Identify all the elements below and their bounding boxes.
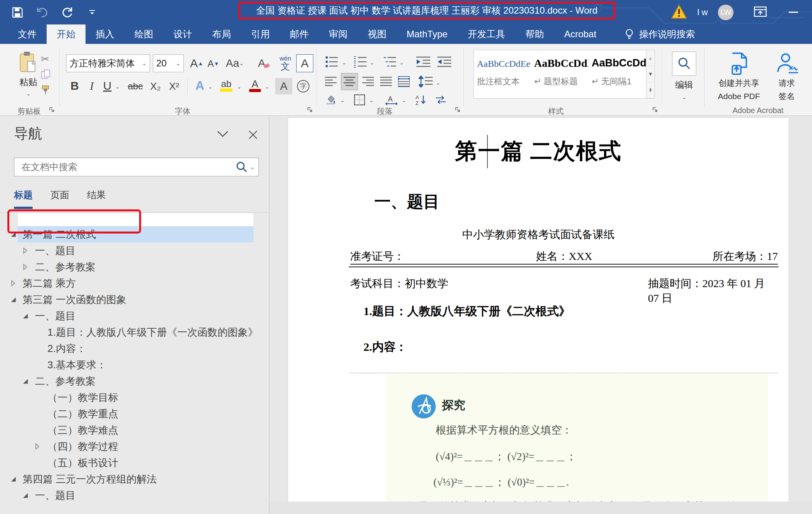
avatar[interactable]: LW	[718, 5, 733, 20]
warning-icon[interactable]	[671, 4, 687, 21]
line-spacing-button[interactable]	[417, 73, 435, 90]
highlight-caret-icon[interactable]: ⌄	[236, 80, 243, 94]
save-button[interactable]	[11, 6, 24, 19]
styles-more-icon[interactable]: ⇟	[646, 82, 655, 98]
align-right-button[interactable]	[360, 73, 376, 90]
style-gallery-item[interactable]: AaBbCcDdEe批注框文本	[477, 50, 531, 98]
ribbon-tab-引用[interactable]: 引用	[241, 24, 280, 44]
nav-tab-页面[interactable]: 页面	[51, 189, 69, 209]
nav-search-box[interactable]: ⌄	[14, 158, 259, 176]
expand-arrow-icon[interactable]	[21, 263, 29, 271]
nav-tree-item[interactable]: 第三篇 一次函数的图象	[0, 291, 269, 308]
font-color-button[interactable]: A	[246, 77, 264, 94]
styles-dialog-launcher[interactable]	[652, 107, 658, 113]
justify-button[interactable]	[378, 73, 394, 90]
multilevel-list-button[interactable]	[381, 53, 398, 70]
align-left-button[interactable]	[323, 73, 339, 90]
text-effects-caret-icon[interactable]: ⌄	[207, 80, 214, 94]
highlight-button[interactable]: ab	[217, 77, 236, 94]
nav-tree-item[interactable]: 1.题目：人教版八年级下册《一次函数的图象》	[0, 324, 269, 340]
redo-repeat-button[interactable]	[61, 6, 74, 19]
distribute-button[interactable]	[396, 73, 412, 90]
collapse-arrow-icon[interactable]	[21, 377, 29, 385]
borders-caret-icon[interactable]: ⌄	[368, 94, 375, 107]
bullet-list-button[interactable]	[323, 53, 341, 70]
character-shading-button[interactable]: A	[275, 78, 292, 94]
nav-search-caret-icon[interactable]: ⌄	[250, 164, 255, 170]
nav-tab-结果[interactable]: 结果	[87, 189, 106, 209]
underline-caret-icon[interactable]: ⌄	[114, 80, 121, 94]
ribbon-tab-开发工具[interactable]: 开发工具	[458, 24, 515, 44]
style-gallery-item[interactable]: AaBbCcDdI↵ 题型标题	[534, 50, 588, 98]
minimize-button[interactable]	[789, 12, 798, 13]
nav-tab-标题[interactable]: 标题	[14, 189, 33, 209]
expand-arrow-icon[interactable]	[9, 279, 17, 287]
nav-tree-item[interactable]: 二、参考教案	[0, 259, 269, 275]
nav-tree-item[interactable]: 一、题目	[0, 487, 269, 504]
customize-qat-button[interactable]	[86, 6, 99, 19]
underline-button[interactable]: U	[100, 77, 115, 94]
text-effects-button[interactable]: A	[191, 77, 208, 94]
shrink-font-button[interactable]: A▼	[206, 56, 221, 72]
character-border-button[interactable]: A	[296, 54, 313, 72]
nav-search-input[interactable]	[21, 162, 236, 172]
document-page[interactable]: 第一篇 二次根式 一、题目 中小学教师资格考试面试备课纸 准考证号： 姓名：XX…	[288, 117, 789, 514]
shading-caret-icon[interactable]: ⌄	[339, 94, 346, 107]
create-share-pdf-button[interactable]: 创建并共享 Adobe PDF	[710, 49, 768, 105]
cut-button[interactable]: ✂	[37, 52, 53, 66]
nav-tree-item[interactable]: 一、题目	[0, 308, 269, 324]
expand-arrow-icon[interactable]	[33, 443, 41, 450]
borders-button[interactable]	[351, 92, 368, 108]
ribbon-tab-审阅[interactable]: 审阅	[319, 24, 358, 44]
request-signatures-button[interactable]: 请求 签名	[768, 49, 805, 105]
multilevel-list-caret-icon[interactable]: ⌄	[398, 56, 405, 70]
ribbon-tab-视图[interactable]: 视图	[358, 24, 396, 44]
strikethrough-button[interactable]: abc	[125, 78, 145, 94]
ribbon-tab-帮助[interactable]: 帮助	[515, 24, 554, 44]
nav-tree-item[interactable]: 3.基本要求：	[0, 357, 269, 373]
bullet-list-caret-icon[interactable]: ⌄	[341, 56, 348, 70]
nav-tree-item[interactable]: （一）教学目标	[0, 389, 269, 406]
align-center-button[interactable]	[341, 73, 358, 90]
copy-button[interactable]	[38, 68, 54, 81]
nav-pane-close-icon[interactable]	[248, 130, 258, 141]
format-painter-button[interactable]	[38, 84, 54, 97]
line-spacing-caret-icon[interactable]: ⌄	[435, 76, 442, 90]
enclose-characters-button[interactable]: 字	[295, 78, 312, 94]
collapse-arrow-icon[interactable]	[21, 491, 29, 499]
nav-tree-item[interactable]: （四）教学过程	[0, 438, 269, 455]
clipboard-dialog-launcher[interactable]	[49, 107, 55, 113]
nav-tree-item[interactable]: 第四篇 三元一次方程组的解法	[0, 471, 269, 487]
font-name-select[interactable]: 方正特雅宋简体 ⌄	[66, 54, 150, 72]
clear-formatting-button[interactable]: A	[256, 54, 273, 72]
textbook-image[interactable]: 探究 根据算术平方根的意义填空： (√4)²=＿＿＿； (√2)²=＿＿＿； (…	[386, 373, 768, 514]
edit-button[interactable]: 编辑 ⌄	[669, 49, 700, 103]
styles-scroll-down-icon[interactable]: ▼	[646, 66, 655, 82]
ribbon-tab-MathType[interactable]: MathType	[396, 24, 458, 44]
ribbon-tab-插入[interactable]: 插入	[86, 24, 124, 44]
collapse-arrow-icon[interactable]	[9, 475, 17, 483]
collapse-arrow-icon[interactable]	[9, 296, 17, 303]
nav-tree-item[interactable]: （三）教学难点	[0, 422, 269, 438]
styles-scroll-up-icon[interactable]: ▲	[646, 50, 655, 66]
nav-tree-item[interactable]: （二）教学重点	[0, 406, 269, 422]
nav-tree-item[interactable]: （五）板书设计	[0, 455, 269, 471]
bold-button[interactable]: B	[67, 77, 82, 94]
italic-button[interactable]: I	[84, 77, 100, 94]
nav-tree-item[interactable]: 二、参考教案	[0, 373, 269, 389]
sort-button[interactable]: AZ	[413, 92, 430, 108]
font-color-caret-icon[interactable]: ⌄	[264, 80, 271, 94]
style-gallery-item[interactable]: AaBbCcDdI↵ 无间隔1	[592, 50, 646, 98]
shading-button[interactable]	[323, 92, 339, 108]
nav-tree-item[interactable]: 一、题目	[0, 242, 269, 259]
font-size-select[interactable]: 20 ⌄	[153, 54, 184, 72]
ribbon-tab-Acrobat[interactable]: Acrobat	[554, 24, 606, 44]
increase-indent-button[interactable]	[435, 53, 453, 70]
phonetic-guide-button[interactable]: wén 文	[277, 54, 294, 73]
asian-layout-button[interactable]: A	[382, 92, 400, 108]
superscript-button[interactable]: X²	[166, 78, 183, 94]
ribbon-tab-布局[interactable]: 布局	[202, 24, 241, 44]
numbered-list-button[interactable]	[351, 53, 368, 70]
ribbon-tab-开始[interactable]: 开始	[47, 24, 86, 44]
tell-me-search[interactable]: 操作说明搜索	[624, 24, 695, 44]
